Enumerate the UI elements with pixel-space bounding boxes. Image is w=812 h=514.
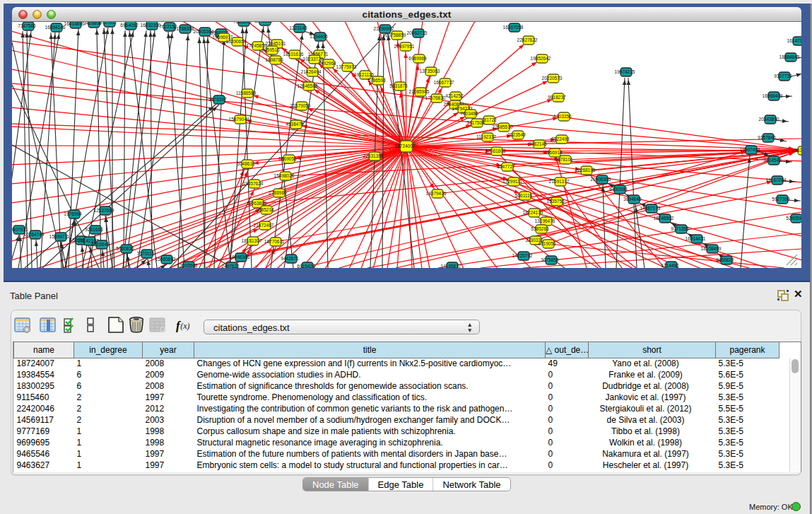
svg-text:3578397: 3578397	[208, 97, 227, 102]
svg-text:6869056: 6869056	[278, 156, 297, 161]
svg-text:5385263: 5385263	[531, 226, 549, 231]
svg-text:15560692: 15560692	[155, 257, 176, 262]
svg-text:6989969: 6989969	[408, 56, 427, 61]
svg-text:19121115: 19121115	[354, 72, 374, 77]
svg-text:18770611: 18770611	[264, 239, 285, 244]
svg-text:18884845: 18884845	[779, 54, 800, 59]
svg-text:8141822: 8141822	[254, 22, 273, 23]
svg-text:1966914: 1966914	[544, 150, 563, 155]
svg-text:2623549: 2623549	[507, 132, 526, 137]
svg-text:16894146: 16894146	[45, 25, 66, 30]
svg-text:16966409: 16966409	[763, 93, 783, 98]
svg-text:21472467: 21472467	[254, 223, 274, 228]
svg-text:19697493: 19697493	[740, 147, 760, 152]
svg-text:13196476: 13196476	[535, 218, 555, 223]
svg-text:1223145: 1223145	[289, 25, 307, 30]
svg-text:21426494: 21426494	[301, 69, 322, 74]
svg-text:9717017: 9717017	[99, 22, 117, 25]
svg-text:4214252: 4214252	[445, 93, 464, 98]
svg-text:7070116: 7070116	[137, 251, 155, 256]
svg-text:9492964: 9492964	[318, 61, 336, 66]
svg-text:13003568: 13003568	[177, 263, 198, 268]
svg-text:5290596: 5290596	[786, 216, 801, 221]
svg-text:6330993: 6330993	[609, 187, 628, 192]
svg-text:14887173: 14887173	[640, 206, 661, 211]
svg-text:9442671: 9442671	[281, 256, 299, 261]
svg-text:1976994: 1976994	[64, 211, 82, 216]
svg-text:11063885: 11063885	[247, 201, 267, 206]
svg-text:6915424: 6915424	[297, 264, 315, 268]
svg-text:19974215: 19974215	[615, 69, 635, 74]
svg-text:16147385: 16147385	[787, 38, 801, 43]
svg-text:20062715: 20062715	[407, 30, 428, 35]
svg-text:22685510: 22685510	[493, 124, 513, 129]
svg-text:1334405: 1334405	[310, 34, 328, 39]
svg-text:19357624: 19357624	[243, 181, 264, 186]
svg-text:3075859: 3075859	[541, 257, 559, 262]
svg-text:4538476: 4538476	[286, 122, 304, 127]
svg-text:1535756: 1535756	[546, 199, 565, 204]
svg-text:2497622: 2497622	[221, 264, 240, 268]
svg-text:4319050: 4319050	[538, 241, 556, 246]
svg-text:11192337: 11192337	[476, 134, 496, 139]
svg-text:18101616: 18101616	[283, 52, 304, 57]
svg-text:1303356: 1303356	[553, 114, 572, 119]
svg-text:21085985: 21085985	[409, 89, 430, 94]
svg-text:10264749: 10264749	[24, 232, 45, 237]
svg-text:5516649: 5516649	[91, 242, 110, 247]
svg-text:5786593: 5786593	[367, 78, 386, 83]
svg-text:21691317: 21691317	[549, 179, 570, 184]
svg-text:5927369: 5927369	[772, 197, 790, 201]
svg-text:18108469: 18108469	[701, 246, 722, 251]
svg-text:16032300: 16032300	[141, 23, 161, 28]
svg-text:16914431: 16914431	[686, 236, 706, 241]
svg-text:5048610: 5048610	[237, 161, 255, 166]
svg-text:3814543: 3814543	[763, 158, 782, 163]
svg-text:21579056: 21579056	[290, 103, 311, 108]
svg-text:21299902: 21299902	[374, 26, 394, 31]
svg-text:9157840: 9157840	[758, 135, 776, 140]
svg-text:14225792: 14225792	[512, 253, 533, 258]
svg-text:19167264: 19167264	[766, 177, 787, 182]
svg-text:6678101: 6678101	[555, 157, 573, 162]
svg-text:9685214: 9685214	[256, 207, 274, 212]
svg-text:7283840: 7283840	[233, 22, 252, 24]
svg-text:20220573: 20220573	[542, 76, 563, 81]
svg-text:13775973: 13775973	[336, 64, 357, 69]
svg-text:17576830: 17576830	[425, 95, 446, 100]
svg-text:3894645: 3894645	[623, 197, 642, 201]
svg-text:7603486: 7603486	[460, 111, 478, 116]
svg-text:17061603: 17061603	[486, 148, 506, 153]
svg-text:18224139: 18224139	[523, 210, 543, 215]
svg-text:(x): (x)	[180, 321, 190, 331]
svg-text:20758859: 20758859	[386, 33, 406, 37]
svg-text:7347580: 7347580	[18, 23, 36, 28]
svg-text:20343890: 20343890	[759, 117, 779, 122]
svg-text:5661119: 5661119	[515, 193, 533, 198]
svg-text:19946366: 19946366	[230, 255, 250, 259]
svg-text:21497951: 21497951	[394, 44, 415, 49]
svg-text:9307729: 9307729	[774, 74, 792, 78]
svg-text:8522493: 8522493	[551, 136, 570, 141]
svg-text:20906305: 20906305	[591, 177, 611, 182]
svg-text:18181307: 18181307	[242, 238, 262, 243]
svg-text:1898780: 1898780	[265, 57, 283, 62]
svg-text:3082145: 3082145	[529, 141, 547, 146]
svg-text:15879044: 15879044	[229, 117, 249, 122]
svg-text:8947727: 8947727	[497, 164, 515, 169]
svg-text:16367058: 16367058	[503, 25, 524, 30]
svg-text:12337609: 12337609	[94, 208, 114, 213]
svg-text:20632359: 20632359	[792, 148, 801, 153]
svg-text:16667737: 16667737	[434, 80, 454, 85]
svg-text:20607931: 20607931	[12, 227, 28, 232]
svg-text:22268195: 22268195	[575, 168, 596, 173]
svg-text:19852642: 19852642	[531, 56, 551, 61]
svg-text:9818237: 9818237	[548, 95, 566, 100]
svg-text:13390654: 13390654	[226, 39, 247, 44]
svg-text:15899711: 15899711	[49, 234, 70, 239]
svg-text:3417500: 3417500	[466, 120, 485, 125]
svg-text:18724007: 18724007	[395, 144, 416, 148]
svg-text:9059510: 9059510	[261, 47, 280, 52]
svg-text:14379436: 14379436	[426, 191, 447, 196]
svg-text:9456822: 9456822	[716, 257, 734, 262]
